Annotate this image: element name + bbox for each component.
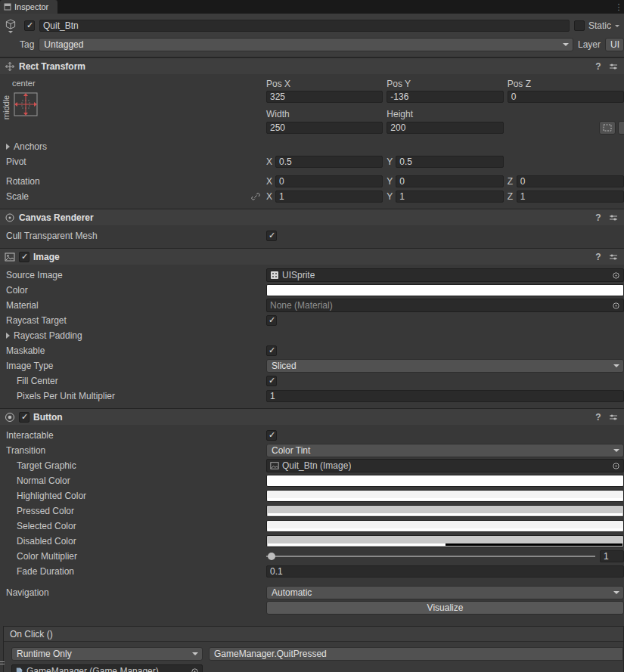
on-click-header: On Click () xyxy=(4,627,623,642)
event-function-dropdown[interactable]: GameManager.QuitPressed xyxy=(209,647,623,661)
object-picker-icon[interactable] xyxy=(189,667,200,672)
event-mode-dropdown[interactable]: Runtime Only xyxy=(11,647,203,661)
help-icon[interactable]: ? xyxy=(593,212,604,223)
pressed-color-label: Pressed Color xyxy=(6,506,266,516)
blueprint-mode-button[interactable] xyxy=(599,121,616,135)
rotation-label: Rotation xyxy=(6,176,266,187)
chevron-down-icon xyxy=(613,591,619,594)
help-icon[interactable]: ? xyxy=(593,61,604,72)
scale-y-input[interactable] xyxy=(396,190,503,203)
presets-icon[interactable] xyxy=(607,213,619,222)
help-icon[interactable]: ? xyxy=(593,252,604,262)
height-input[interactable] xyxy=(387,122,503,134)
normal-color-swatch[interactable] xyxy=(266,475,624,487)
anchors-foldout[interactable]: Anchors xyxy=(6,141,266,152)
static-checkbox[interactable] xyxy=(574,20,585,31)
active-checkbox[interactable] xyxy=(24,20,35,31)
transition-label: Transition xyxy=(6,445,266,456)
image-header[interactable]: Image ? xyxy=(0,248,624,265)
image-color-swatch[interactable] xyxy=(266,284,624,296)
drag-handle[interactable] xyxy=(0,660,5,666)
pos-z-label: Pos Z xyxy=(508,79,624,89)
layer-label: Layer xyxy=(578,39,601,50)
link-scale-icon[interactable] xyxy=(251,192,260,201)
object-picker-icon[interactable] xyxy=(610,462,622,470)
pos-x-input[interactable] xyxy=(266,91,383,103)
axis-z-label: Z xyxy=(508,176,514,187)
static-dropdown-caret[interactable] xyxy=(615,25,619,27)
scale-z-input[interactable] xyxy=(517,190,624,203)
color-multiplier-slider[interactable] xyxy=(266,550,595,562)
tag-value: Untagged xyxy=(44,39,83,50)
help-icon[interactable]: ? xyxy=(593,412,604,423)
tab-inspector[interactable]: Inspector xyxy=(0,0,57,14)
fill-center-checkbox[interactable] xyxy=(266,376,277,386)
fade-duration-input[interactable] xyxy=(266,565,624,578)
object-picker-icon[interactable] xyxy=(610,302,622,310)
pivot-y-input[interactable] xyxy=(396,156,503,168)
on-click-event-box: On Click () Runtime Only GameManager.Qui… xyxy=(3,626,624,672)
presets-icon[interactable] xyxy=(607,62,619,71)
rotation-y-input[interactable] xyxy=(396,175,503,187)
highlighted-color-swatch[interactable] xyxy=(266,490,624,502)
pivot-x-input[interactable] xyxy=(275,156,383,168)
button-component-icon xyxy=(5,412,15,423)
presets-icon[interactable] xyxy=(607,252,619,262)
interactable-checkbox[interactable] xyxy=(266,430,277,441)
static-label: Static xyxy=(588,20,611,31)
tag-dropdown[interactable]: Untagged xyxy=(39,38,573,51)
alpha-track xyxy=(268,293,622,295)
pivot-label: Pivot xyxy=(6,156,266,167)
axis-y-label: Y xyxy=(387,156,393,167)
transition-dropdown[interactable]: Color Tint xyxy=(266,444,624,457)
alpha-track xyxy=(268,543,622,546)
target-graphic-label: Target Graphic xyxy=(6,460,266,471)
source-image-label: Source Image xyxy=(6,270,266,280)
pos-z-input[interactable] xyxy=(508,91,624,103)
button-header[interactable]: Button ? xyxy=(0,408,624,425)
canvas-renderer-header[interactable]: Canvas Renderer ? xyxy=(0,209,624,225)
raycast-target-checkbox[interactable] xyxy=(266,315,277,326)
layer-dropdown[interactable]: UI xyxy=(605,38,624,51)
anchor-preset-widget[interactable] xyxy=(11,89,41,119)
target-graphic-field[interactable]: Quit_Btn (Image) xyxy=(266,459,624,472)
rotation-x-input[interactable] xyxy=(275,175,383,187)
slider-handle[interactable] xyxy=(268,553,275,560)
button-title: Button xyxy=(33,412,63,423)
object-picker-icon[interactable] xyxy=(610,271,622,280)
icon-dropdown-caret xyxy=(8,31,13,33)
tag-label: Tag xyxy=(20,39,34,50)
fade-duration-label: Fade Duration xyxy=(6,566,266,577)
event-target-field[interactable]: GameManager (Game Manager) xyxy=(11,664,203,672)
scale-x-input[interactable] xyxy=(275,190,383,203)
presets-icon[interactable] xyxy=(607,413,619,422)
maskable-checkbox[interactable] xyxy=(266,345,277,356)
panel-menu-icon[interactable]: ⋮ xyxy=(613,0,624,14)
image-type-dropdown[interactable]: Sliced xyxy=(266,359,624,373)
gameobject-icon[interactable] xyxy=(2,19,20,33)
material-field[interactable]: None (Material) xyxy=(266,299,624,312)
rect-transform-header[interactable]: Rect Transform ? xyxy=(0,57,624,74)
navigation-dropdown[interactable]: Automatic xyxy=(266,586,624,599)
button-enabled-checkbox[interactable] xyxy=(19,412,29,423)
axis-y-label: Y xyxy=(387,191,393,202)
rotation-z-input[interactable] xyxy=(517,175,624,187)
disabled-color-swatch[interactable] xyxy=(266,535,624,547)
image-enabled-checkbox[interactable] xyxy=(19,252,29,262)
raw-edit-mode-button[interactable] xyxy=(618,121,624,135)
width-input[interactable] xyxy=(266,122,383,134)
normal-color-label: Normal Color xyxy=(6,475,266,486)
axis-y-label: Y xyxy=(387,176,393,187)
gameobject-name-input[interactable] xyxy=(39,20,570,32)
cull-transparent-mesh-checkbox[interactable] xyxy=(266,231,277,241)
source-image-field[interactable]: UISprite xyxy=(266,268,624,282)
color-multiplier-input[interactable] xyxy=(600,550,624,562)
pressed-color-swatch[interactable] xyxy=(266,505,624,517)
target-graphic-value: Quit_Btn (Image) xyxy=(282,460,351,471)
pixels-per-unit-input[interactable] xyxy=(266,390,624,402)
visualize-button[interactable]: Visualize xyxy=(266,601,624,615)
selected-color-swatch[interactable] xyxy=(266,520,624,532)
image-type-value: Sliced xyxy=(272,361,296,371)
pos-y-input[interactable] xyxy=(387,91,503,103)
raycast-padding-foldout[interactable]: Raycast Padding xyxy=(6,330,266,341)
